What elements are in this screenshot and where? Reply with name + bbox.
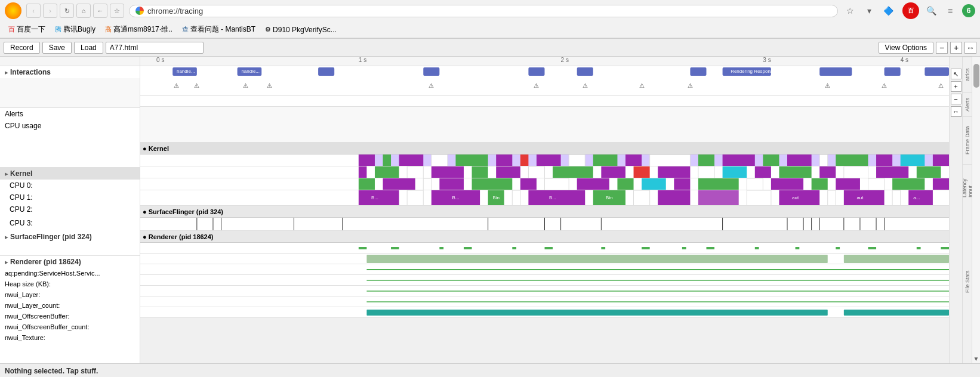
home-button[interactable]: ⌂ (76, 4, 91, 18)
scroll-thumb[interactable] (973, 64, 979, 88)
bookmark-d910[interactable]: ⚙ D910 PkgVerifySc... (261, 24, 340, 35)
sidebar-cpu3-label: CPU 3: (10, 219, 33, 227)
record-button[interactable]: Record (4, 42, 40, 54)
fit-button[interactable]: ↔ (964, 42, 976, 54)
sidebar-item-nwui-offscreen[interactable]: nwui_OffscreenBuffer: (0, 311, 140, 322)
sidebar-item-cpu3[interactable]: CPU 3: (0, 215, 140, 231)
zoom-in-button[interactable]: + (950, 42, 962, 54)
user-icon[interactable]: 6 (962, 4, 975, 17)
bookmark-mantis[interactable]: 查 查看问题 - MantisBT (178, 23, 259, 36)
svg-rect-81 (812, 178, 828, 190)
svg-rect-102 (779, 190, 819, 205)
svg-rect-70 (439, 178, 464, 190)
sidebar-interactions-label: Interactions (10, 68, 51, 76)
svg-rect-49 (375, 166, 399, 178)
baidu-button[interactable]: 百 (902, 2, 919, 19)
bookmark-qualcomm[interactable]: 高 高通msm8917·维.. (101, 23, 176, 36)
load-button[interactable]: Load (74, 42, 103, 54)
scroll-down-arrow[interactable]: ▼ (973, 356, 979, 362)
ruler-2s: 2 s (561, 57, 569, 63)
fit-tool-button[interactable]: ↔ (951, 106, 961, 117)
cursor-tool-button[interactable]: ↖ (951, 69, 961, 79)
sidebar-item-nwui-texture[interactable]: nwui_Texture: (0, 332, 140, 343)
svg-rect-76 (642, 178, 666, 190)
extension-icon[interactable]: 🔷 (881, 4, 895, 18)
browser-icons: ☆ ▾ 🔷 百 🔍 ≡ 6 (843, 2, 975, 19)
svg-rect-72 (520, 178, 537, 190)
filename-input[interactable] (106, 42, 204, 54)
bookmark-baidu-icon: 百 (8, 25, 15, 34)
side-label-input-latency: Input Latency (963, 164, 972, 200)
address-bar[interactable]: chrome://tracing (129, 5, 838, 17)
sidebar-item-alerts[interactable]: Alerts (0, 108, 140, 120)
svg-rect-62 (779, 166, 811, 178)
zoom-out-tool-button[interactable]: − (951, 94, 961, 104)
svg-rect-85 (933, 178, 949, 190)
save-button[interactable]: Save (42, 42, 72, 54)
sidebar-item-nwui-layer[interactable]: nwui_Layer: (0, 289, 140, 300)
sidebar-item-cpu2[interactable]: CPU 2: (0, 203, 140, 215)
star-nav-button[interactable]: ☆ (110, 4, 124, 18)
back-prev-button[interactable]: ← (93, 4, 107, 18)
sidebar-item-interactions[interactable]: ▸ Interactions (0, 66, 140, 78)
svg-rect-82 (836, 178, 860, 190)
svg-rect-75 (617, 178, 633, 190)
status-text: Nothing selected. Tap stuff. (5, 367, 98, 375)
bookmark-list-icon[interactable]: ▾ (862, 4, 876, 18)
svg-rect-41 (763, 154, 779, 166)
svg-rect-42 (787, 154, 812, 166)
svg-rect-59 (698, 166, 714, 178)
svg-rect-31 (455, 154, 488, 166)
bookmark-bugly[interactable]: 腾 腾讯Bugly (51, 23, 99, 36)
svg-text:Rendering Response: Rendering Response (731, 69, 776, 74)
sidebar-item-cpu-usage[interactable]: CPU usage (0, 120, 140, 132)
sidebar-item-nwui-offscreen-count[interactable]: nwui_OffscreenBuffer_count: (0, 322, 140, 332)
timeline-ruler: 0 s 1 s 2 s 3 s 4 s (140, 57, 949, 66)
forward-button[interactable]: › (43, 4, 57, 18)
svg-text:⚠: ⚠ (825, 82, 830, 89)
renderer-expand-icon: ▸ (5, 259, 8, 265)
search-toolbar-icon[interactable]: 🔍 (924, 4, 938, 18)
svg-rect-34 (537, 154, 561, 166)
svg-rect-45 (876, 154, 892, 166)
bookmarks-bar: 百 百度一下 腾 腾讯Bugly 高 高通msm8917·维.. 查 查看问题 … (0, 21, 980, 38)
svg-text:handle...: handle... (177, 69, 195, 74)
nav-buttons: ‹ › ↻ ⌂ ← ☆ (26, 4, 124, 18)
track-scroll-area[interactable]: handle... handle... Rendering Response ⚠… (140, 66, 949, 363)
main-container: ▸ Interactions Alerts CPU usage ▸ Kernel… (0, 57, 980, 363)
sf-header-label: ● SurfaceFlinger (pid 324) (143, 208, 223, 215)
cpu1-svg (140, 166, 949, 178)
sidebar-cpu0-label: CPU 0: (10, 181, 33, 190)
svg-rect-44 (836, 154, 868, 166)
svg-text:⚠: ⚠ (267, 82, 272, 89)
svg-rect-8 (819, 67, 852, 76)
menu-icon[interactable]: ≡ (943, 4, 957, 18)
bookmark-d910-label: D910 PkgVerifySc... (273, 26, 337, 34)
vertical-scrollbar[interactable]: ▼ (972, 57, 980, 363)
sidebar-cpu1-label: CPU 1: (10, 193, 33, 202)
svg-text:⚠: ⚠ (534, 82, 539, 89)
sidebar-alerts-label: Alerts (5, 110, 23, 118)
sidebar-item-cpu0[interactable]: CPU 0: (0, 180, 140, 191)
sidebar-item-aq-pending[interactable]: aq:pending:ServiceHost.Servic... (0, 268, 140, 279)
back-button[interactable]: ‹ (26, 4, 41, 18)
bookmark-baidu[interactable]: 百 百度一下 (5, 23, 49, 36)
star-icon[interactable]: ☆ (843, 4, 857, 18)
sidebar-item-renderer[interactable]: ▸ Renderer (pid 18624) (0, 256, 140, 268)
cpu-usage-track-content (140, 107, 949, 143)
sidebar-item-cpu1[interactable]: CPU 1: (0, 191, 140, 203)
sidebar-item-surfaceflinger[interactable]: ▸ SurfaceFlinger (pid 324) (0, 231, 140, 243)
zoom-out-button[interactable]: − (936, 42, 948, 54)
svg-rect-37 (625, 154, 642, 166)
sidebar-item-nwui-layer-count[interactable]: nwui_Layer_count: (0, 300, 140, 311)
sidebar-item-kernel[interactable]: ▸ Kernel (0, 168, 140, 180)
sidebar-item-heap-size[interactable]: Heap size (KB): (0, 279, 140, 289)
svg-text:⚠: ⚠ (882, 82, 887, 89)
svg-rect-145 (844, 255, 949, 263)
zoom-in-tool-button[interactable]: + (951, 81, 961, 92)
svg-rect-135 (642, 247, 650, 249)
svg-rect-46 (901, 154, 925, 166)
view-options-button[interactable]: View Options (879, 42, 933, 54)
browser-titlebar: ‹ › ↻ ⌂ ← ☆ chrome://tracing ☆ ▾ 🔷 百 🔍 ≡… (0, 0, 980, 21)
reload-button[interactable]: ↻ (60, 4, 74, 18)
